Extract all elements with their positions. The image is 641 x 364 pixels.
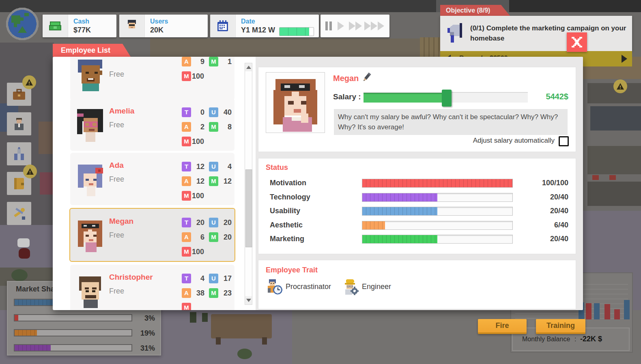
- status-row-label: Marketing: [270, 235, 304, 243]
- salary-label: Salary :: [333, 92, 361, 101]
- date-value: Y1 M12 W: [241, 25, 275, 35]
- edit-name-icon[interactable]: [361, 71, 372, 84]
- motivation-badge: M: [182, 191, 191, 201]
- fast-forward-button[interactable]: [349, 21, 362, 32]
- motivation-value: 100: [192, 247, 210, 257]
- pause-button[interactable]: [325, 21, 333, 30]
- chart-bar: [594, 303, 600, 319]
- marketing-badge: M: [209, 57, 218, 66]
- status-bar-usability: [362, 207, 513, 216]
- status-title: Status: [266, 163, 288, 172]
- scroll-up-button[interactable]: [245, 63, 252, 71]
- status-row-value: 20/40: [512, 193, 568, 201]
- scrollbar-thumb[interactable]: [245, 169, 252, 247]
- bg-pot2: [202, 313, 208, 322]
- close-icon[interactable]: [567, 32, 587, 52]
- date-label: Date: [241, 17, 275, 25]
- status-bar-marketing: [362, 235, 513, 244]
- fire-button[interactable]: Fire: [478, 319, 527, 334]
- top-strip-dark: [509, 0, 641, 12]
- employee-card[interactable]: Christopher Free T 4 U 17 A 38 M 23 M: [70, 265, 234, 310]
- trait-title: Employee Trait: [266, 266, 318, 274]
- salary-slider-handle[interactable]: [442, 90, 452, 107]
- users-widget[interactable]: Users 20K: [119, 15, 208, 37]
- motivation-badge: M: [182, 137, 191, 146]
- cash-label: Cash: [73, 17, 91, 25]
- employee-status: Free: [109, 231, 124, 240]
- technology-badge: T: [182, 162, 191, 171]
- aesthetic-badge: A: [182, 176, 191, 186]
- motivation-value: 100: [192, 191, 210, 201]
- users-label: Users: [150, 17, 168, 25]
- chart-bar: [624, 300, 630, 319]
- aesthetic-value: 9: [192, 57, 204, 66]
- employee-avatar: [73, 57, 108, 92]
- next-objective-arrow[interactable]: [622, 55, 627, 63]
- globe-icon[interactable]: [5, 6, 40, 41]
- sidebar-item-tools[interactable]: [7, 202, 31, 225]
- market-share-bar: [14, 344, 132, 351]
- usability-value: 20: [219, 218, 232, 227]
- engineer-icon: [342, 279, 359, 295]
- adjust-salary-checkbox[interactable]: [559, 136, 569, 146]
- marketing-badge: M: [209, 232, 218, 242]
- marketing-value: 12: [219, 176, 232, 186]
- megaphone-icon: [447, 21, 465, 44]
- monthly-balance-label: Monthly Balance: [522, 336, 570, 343]
- bg-table: [211, 314, 272, 338]
- speed-controls: [320, 15, 389, 37]
- employee-card-selected[interactable]: Megan Free T 20 U 20 A 6 M 20 M 100: [69, 208, 235, 262]
- warning-icon: [613, 79, 627, 93]
- market-share-bar: [14, 329, 132, 336]
- technology-value: 20: [192, 218, 204, 227]
- objective-panel: (0/1) Complete the marketing campaign on…: [440, 16, 632, 51]
- procrastinator-icon: [266, 279, 282, 295]
- cash-widget[interactable]: Cash $77K: [43, 15, 116, 37]
- employee-card[interactable]: Free A 9 M 1 M 100: [70, 57, 234, 100]
- usability-value: 40: [219, 107, 232, 117]
- bg-shelf: [39, 122, 54, 154]
- chart-bar: [614, 309, 620, 319]
- monthly-balance-value: -22K $: [580, 335, 602, 343]
- training-button[interactable]: Training: [536, 319, 585, 334]
- employee-card[interactable]: Amelia Free T 0 U 40 A 2 M 8 M 100: [70, 98, 234, 151]
- monthly-balance-separator: :: [574, 336, 576, 343]
- users-icon: [119, 15, 145, 37]
- usability-badge: U: [209, 107, 218, 117]
- date-icon: [210, 15, 236, 37]
- marketing-badge: M: [209, 122, 218, 132]
- employee-list-scrollbar[interactable]: [245, 63, 252, 305]
- motivation-value: 100: [192, 71, 210, 81]
- motivation-value: 100: [192, 137, 210, 146]
- detail-employee-name: Megan: [333, 74, 359, 83]
- salary-slider-fill: [364, 93, 447, 103]
- status-bar-technology: [362, 193, 513, 202]
- aesthetic-value: 38: [192, 288, 204, 298]
- employee-card[interactable]: Ada Free T 12 U 4 A 12 M 12 M 100: [70, 153, 234, 205]
- employee-status: Free: [109, 287, 124, 295]
- bg-table-leg1: [216, 337, 221, 345]
- status-row-value: 20/40: [512, 235, 568, 243]
- aesthetic-value: 2: [192, 122, 204, 132]
- motivation-badge: M: [182, 71, 191, 81]
- status-row-value: 20/40: [512, 207, 568, 215]
- status-bar-aesthetic: [362, 221, 513, 230]
- technology-badge: T: [182, 274, 191, 283]
- sidebar-item-building[interactable]: [7, 142, 31, 165]
- objective-text: (0/1) Complete the marketing campaign on…: [470, 23, 628, 43]
- marketing-value: 8: [219, 122, 232, 132]
- date-widget[interactable]: Date Y1 M12 W: [210, 15, 319, 37]
- objective-header: Objective (8/9): [440, 5, 510, 16]
- play-button[interactable]: [338, 21, 344, 32]
- employee-name: Christopher: [109, 273, 153, 282]
- sidebar-item-staff[interactable]: [7, 112, 31, 135]
- employee-avatar: [73, 161, 108, 197]
- scroll-down-button[interactable]: [245, 296, 252, 304]
- trait-label: Engineer: [362, 283, 391, 291]
- usability-badge: U: [209, 274, 218, 283]
- employee-quote: Why can't my salary be awful? Why can't …: [334, 109, 568, 135]
- cash-value: $77K: [73, 25, 91, 35]
- fastest-forward-button[interactable]: [364, 21, 384, 32]
- market-share-value: 19%: [129, 329, 155, 338]
- aesthetic-value: 6: [192, 232, 204, 242]
